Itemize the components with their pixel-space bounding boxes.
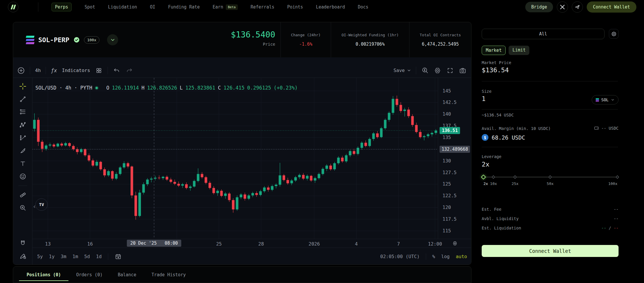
nav-item-leaderboard[interactable]: Leaderboard [316,4,345,10]
grid-layout-icon[interactable] [95,67,103,74]
range-button-3m[interactable]: 3m [61,254,66,259]
leverage-label-25x[interactable]: 25x [512,181,518,186]
stat-label: Total OI Contracts [420,33,461,37]
xabcd-pattern-icon[interactable] [19,121,27,129]
undo-icon[interactable] [113,67,120,74]
fullscreen-icon[interactable] [446,67,454,74]
trend-line-icon[interactable] [19,95,27,103]
market-header-left: SOL-PERP 100x [26,22,118,57]
percent-scale-button[interactable]: % [432,254,435,259]
current-price-label: 136.51 [440,127,460,134]
nav-item-label: Perps [55,4,68,10]
divider [482,109,618,109]
nav-item-points[interactable]: Points [287,4,303,10]
gear-icon [611,31,617,37]
magnet-icon[interactable] [19,239,27,247]
text-tool-icon[interactable] [19,160,27,167]
range-button-1y[interactable]: 1y [49,254,54,259]
leverage-label-2x[interactable]: 2x [483,181,488,186]
leverage-label-50x[interactable]: 50x [547,181,553,186]
tab-balance[interactable]: Balance [110,267,144,283]
leverage-label-10x[interactable]: 10x [490,181,497,186]
tab-positions-0[interactable]: Positions (0) [19,267,68,283]
range-button-5y[interactable]: 5y [37,254,43,259]
nav-item-docs[interactable]: Docs [358,4,369,10]
legend-title: SOL/USD · 4h · PYTH [35,85,92,91]
nav-item-referrals[interactable]: Referrals [251,4,274,10]
leverage-mark-50x[interactable] [548,175,552,179]
indicators-button[interactable]: Indicators [62,68,90,73]
range-button-1d[interactable]: 1d [96,254,101,259]
emoji-icon[interactable] [19,173,27,180]
add-compare-button[interactable] [17,67,25,74]
leverage-slider[interactable] [483,175,617,179]
market-price: $136.5400 [223,30,275,40]
leverage-mark-2x[interactable] [481,175,486,180]
nav-item-liquidation[interactable]: Liquidation [108,4,137,10]
leverage-mark-25x[interactable] [513,175,516,179]
order-settings-button[interactable] [609,29,619,39]
size-asset-label: SOL [601,97,609,102]
axis-corner [438,239,471,248]
divider [482,81,618,81]
legend-h-label: H [142,85,144,91]
interval-button[interactable]: 4h [35,68,41,73]
nav-item-perps[interactable]: Perps [51,3,72,11]
brush-icon[interactable] [19,147,27,155]
tab-orders-0[interactable]: Orders (0) [68,267,110,283]
market-dropdown-button[interactable] [107,34,118,45]
chart-clock[interactable]: 02:05:00 (UTC) [380,254,420,259]
app-logo[interactable] [8,2,18,12]
zoom-in-icon[interactable] [19,204,27,212]
series-toggle-icon[interactable] [95,86,99,90]
log-scale-button[interactable]: log [441,254,450,259]
market-filter-button[interactable]: All [482,29,605,39]
margin-balance: $ 68.26 USDC [482,134,525,141]
chart-settings-icon[interactable] [434,67,441,74]
wallet-balance-value: -- USDC [601,126,619,131]
tv-logo[interactable]: TV [35,198,48,211]
snapshot-icon[interactable] [459,67,466,74]
crosshair-icon[interactable] [19,83,27,90]
nav-item-oi[interactable]: OI [150,4,155,10]
forecast-icon[interactable] [19,134,27,142]
timezone-hexagon-icon[interactable] [452,241,458,246]
x-social-button[interactable] [557,1,568,13]
toolbar-collapse-icon[interactable]: ‹ [33,203,36,210]
bridge-button[interactable]: Bridge [525,2,553,12]
price-tick: 142.5 [442,100,457,105]
price-tick: 117.5 [442,216,457,222]
chart-plot[interactable]: SOL/USD · 4h · PYTH O126.11914 H126.8265… [32,78,438,239]
tab-trade-history[interactable]: Trade History [144,267,193,283]
leverage-mark-100x[interactable] [616,175,619,179]
nav-item-spot[interactable]: Spot [85,4,95,10]
drawing-lock-icon[interactable] [19,252,27,260]
ruler-icon[interactable] [19,191,27,199]
telegram-button[interactable] [572,1,583,13]
info-row-avbl-liquidity: Avbl. Liquidity-- [482,216,619,221]
connect-wallet-nav-button[interactable]: Connect Wallet [587,1,636,13]
redo-icon[interactable] [125,67,133,74]
nav-item-funding-rate[interactable]: Funding Rate [168,4,200,10]
save-button[interactable]: Save [393,68,411,73]
size-asset-selector[interactable]: SOL [592,95,619,104]
quick-search-icon[interactable] [421,67,429,74]
nav-item-earn[interactable]: EarnBeta [213,4,238,10]
nav-divider [38,2,38,12]
leverage-label-100x[interactable]: 100x [608,181,617,186]
size-input[interactable]: 1 [482,95,485,102]
fib-retracement-icon[interactable] [19,108,27,116]
range-button-5d[interactable]: 5d [84,254,90,259]
auto-scale-button[interactable]: auto [456,254,467,259]
order-type-tab-limit[interactable]: Limit [509,46,529,55]
connect-wallet-button[interactable]: Connect Wallet [482,245,619,257]
price-axis[interactable]: 115117.5120122.5125127.5130132.5135137.5… [438,78,471,239]
order-type-tab-market[interactable]: Market [482,46,506,55]
margin-balance-value: 68.26 USDC [492,134,525,141]
avail-margin-label: Avail. Margin (min. 10 USDC) [482,126,551,131]
calendar-goto-icon[interactable] [114,253,122,260]
leverage-mark-10x[interactable] [492,175,495,179]
range-button-1m[interactable]: 1m [73,254,78,259]
candlestick-chart[interactable] [32,78,438,239]
time-axis[interactable]: 131622252820264712:0020 Dec '25 08:00 [32,239,438,248]
